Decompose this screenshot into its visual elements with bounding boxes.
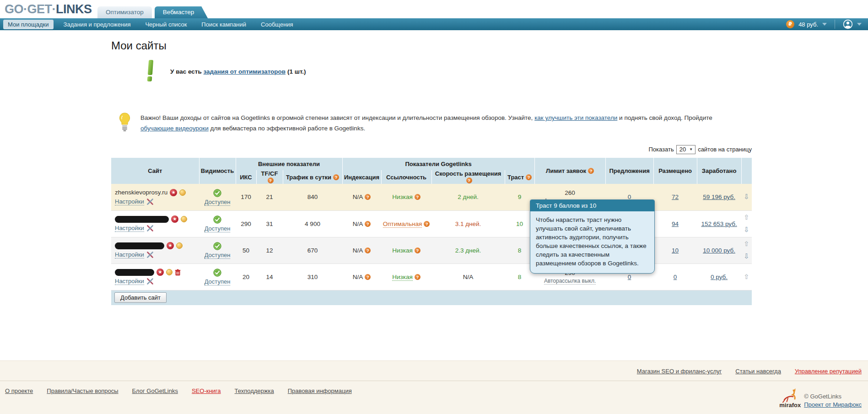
earned-cell: 59 196 руб. [697,184,741,210]
footer-info-link-4[interactable]: Техподдержка [235,387,274,394]
mirafox-logo[interactable]: mirafox [779,387,801,408]
tab-webmaster[interactable]: Вебмастер [155,6,208,18]
settings-tools-icon[interactable] [146,278,154,285]
gogetlinks-logo[interactable]: GO·GET·LINKS [5,2,92,16]
balance-amount[interactable]: 48 руб. [798,21,818,28]
question-icon[interactable]: ? [588,168,594,174]
visibility-cell: Доступен [199,210,236,237]
question-icon[interactable]: ? [415,247,421,253]
question-icon[interactable]: ? [466,177,472,183]
question-icon[interactable]: ? [333,174,339,180]
improve-metrics-link[interactable]: как улучшить эти показатели [534,114,617,121]
col-header-trust: Траст? [505,170,534,184]
tfcf-cell: 14 [256,263,283,290]
speed-cell: 2 дней. [431,184,505,210]
footer-service-link-1[interactable]: Статьи навсегда [735,368,781,375]
nav-item-1[interactable]: Задания и предложения [59,20,135,29]
video-lessons-link[interactable]: обучающие видеоуроки [140,125,209,132]
col-header-visibility: Видимость [199,158,236,184]
tooltip-body: Чтобы нарастить траст нужно улучшать сво… [530,211,654,273]
nav-item-3[interactable]: Поиск кампаний [197,20,251,29]
col-header-earned: Заработано [697,158,741,184]
footer-info-link-3[interactable]: SEO-книга [192,387,221,394]
add-site-button[interactable]: Добавить сайт [114,292,167,303]
medal-icon[interactable] [166,269,173,275]
visibility-cell: Доступен [199,184,236,210]
visibility-link[interactable]: Доступен [205,278,231,285]
earned-link[interactable]: 10 000 руб. [703,247,735,254]
earned-link[interactable]: 59 196 руб. [703,194,735,200]
question-icon[interactable]: ? [526,174,532,180]
placed-link[interactable]: 94 [672,220,679,227]
visibility-link[interactable]: Доступен [205,225,231,232]
settings-tools-icon[interactable] [146,252,154,258]
tab-optimizer[interactable]: Оптимизатор [97,6,152,18]
move-up-icon[interactable]: ⇧ [742,214,751,221]
move-up-icon[interactable]: ⇧ [742,274,751,280]
visibility-link[interactable]: Доступен [205,199,231,206]
settings-link[interactable]: Настройки [115,278,144,285]
move-up-icon[interactable]: ⇧ [742,241,751,247]
settings-link[interactable]: Настройки [115,251,144,258]
chevron-down-icon[interactable] [822,23,827,26]
star-badge-icon[interactable]: ★ [171,215,178,223]
placed-link[interactable]: 72 [672,194,679,200]
placed-link[interactable]: 0 [674,274,677,280]
site-name: zhenskievoprosy.ru [115,189,167,196]
mirafox-fox-icon [781,387,800,403]
footer-info-link-0[interactable]: О проекте [5,387,33,394]
footer-info-link-2[interactable]: Блог GoGetLinks [132,387,178,394]
question-icon[interactable]: ? [424,221,430,227]
nav-item-4[interactable]: Сообщения [256,20,298,29]
settings-tools-icon[interactable] [146,199,154,205]
user-icon[interactable] [843,19,853,29]
linkiness-value: Низкая [392,274,413,281]
footer-service-link-2[interactable]: Управление репутацией [795,368,862,375]
autosend-link[interactable]: Авторассылка выкл. [544,278,596,285]
notice-text3: для вебмастера по эффективной работе в G… [210,125,366,132]
optimizer-tasks-link[interactable]: задания от оптимизаторов [204,68,286,75]
visibility-link[interactable]: Доступен [205,252,231,259]
mirafox-project-link[interactable]: Проект от Мирафокс [804,401,862,408]
indexation-value: N/A [353,194,363,200]
star-badge-icon[interactable]: ★ [167,242,174,249]
trash-icon[interactable] [175,269,181,276]
move-down-icon[interactable]: ⇩ [742,226,751,233]
table-row: ★НастройкиДоступен2014310N/A?Низкая?N/A8… [111,263,752,290]
question-icon[interactable]: ? [365,221,371,227]
nav-item-2[interactable]: Черный список [140,20,191,29]
indexation-cell: N/A? [342,263,381,290]
medal-icon[interactable] [181,216,187,222]
footer-service-link-0[interactable]: Магазин SEO и фриланс-услуг [637,368,722,375]
footer-info-link-5[interactable]: Правовая информация [288,387,352,394]
settings-tools-icon[interactable] [146,225,154,231]
move-down-icon[interactable]: ⇩ [742,253,751,260]
settings-link[interactable]: Настройки [115,198,144,205]
check-circle-icon [200,215,235,224]
settings-link[interactable]: Настройки [115,225,144,232]
offers-link[interactable]: 0 [628,274,631,280]
question-icon[interactable]: ? [415,274,421,280]
footer-info-link-1[interactable]: Правила/Частые вопросы [47,387,118,394]
tfcf-cell: 12 [256,237,283,263]
site-cell: ★Настройки [111,237,199,263]
placed-link[interactable]: 10 [672,247,679,254]
chevron-down-icon[interactable] [857,23,862,26]
medal-icon[interactable] [176,242,183,249]
exclamation-icon [147,60,154,83]
question-icon[interactable]: ? [365,247,371,253]
traffic-cell: 840 [283,184,342,210]
star-badge-icon[interactable]: ★ [156,269,164,276]
question-icon[interactable]: ? [365,194,371,200]
question-icon[interactable]: ? [415,194,421,200]
earned-link[interactable]: 0 руб. [711,274,728,280]
earned-link[interactable]: 152 653 руб. [701,220,737,227]
move-down-icon[interactable]: ⇩ [742,194,751,200]
question-icon[interactable]: ? [365,274,371,280]
question-icon[interactable]: ? [268,177,274,183]
medal-icon[interactable] [179,189,186,196]
footer-brand-block: mirafox © GoGetLinks Проект от Мирафокс [779,387,862,408]
star-badge-icon[interactable]: ★ [170,189,177,196]
per-page-select[interactable]: 20▼ [676,145,695,154]
nav-item-0[interactable]: Мои площадки [3,20,54,29]
